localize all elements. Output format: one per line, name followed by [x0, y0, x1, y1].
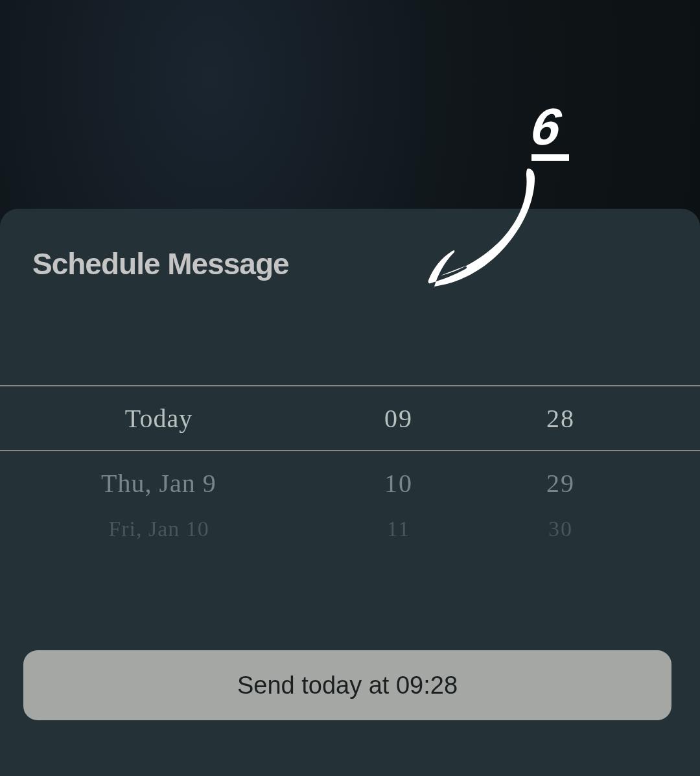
picker-minute-next[interactable]: 29: [480, 468, 642, 499]
picker-hour-faded[interactable]: 11: [318, 517, 480, 541]
picker-row-next[interactable]: Thu, Jan 9 10 29: [0, 451, 700, 515]
picker-hour-next[interactable]: 10: [318, 468, 480, 499]
send-button[interactable]: Send today at 09:28: [23, 650, 671, 720]
picker-date-faded[interactable]: Fri, Jan 10: [0, 517, 318, 541]
annotation-underline: [531, 154, 569, 161]
picker-minute-faded[interactable]: 30: [480, 517, 642, 541]
annotation-step-number: 6: [528, 97, 565, 157]
picker-row-faded[interactable]: Fri, Jan 10 11 30: [0, 515, 700, 554]
picker-row-selected[interactable]: Today 09 28: [0, 385, 700, 451]
picker-hour-selected[interactable]: 09: [318, 403, 480, 434]
sheet-title: Schedule Message: [0, 209, 700, 281]
picker-minute-selected[interactable]: 28: [480, 403, 642, 434]
datetime-picker[interactable]: Today 09 28 Thu, Jan 9 10 29 Fri, Jan 10…: [0, 385, 700, 606]
picker-date-next[interactable]: Thu, Jan 9: [0, 468, 318, 499]
schedule-message-sheet: Schedule Message Today 09 28 Thu, Jan 9 …: [0, 209, 700, 776]
picker-date-selected[interactable]: Today: [0, 403, 318, 434]
